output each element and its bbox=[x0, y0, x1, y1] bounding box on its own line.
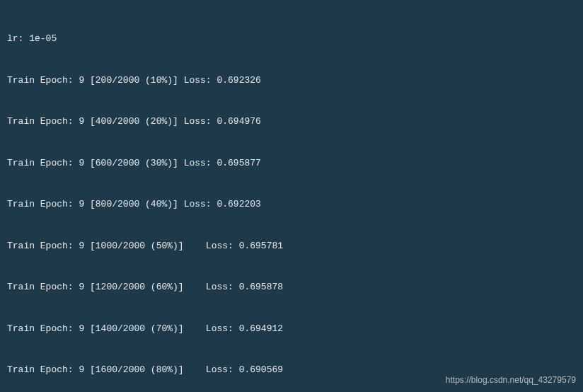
train-log-line: Train Epoch: 9 [1400/2000 (70%)] Loss: 0… bbox=[7, 322, 576, 336]
terminal-output: lr: 1e-05 Train Epoch: 9 [200/2000 (10%)… bbox=[7, 4, 576, 392]
train-log-line: Train Epoch: 9 [1000/2000 (50%)] Loss: 0… bbox=[7, 239, 576, 253]
train-log-line: Train Epoch: 9 [800/2000 (40%)] Loss: 0.… bbox=[7, 197, 576, 212]
train-log-line: Train Epoch: 9 [600/2000 (30%)] Loss: 0.… bbox=[7, 156, 576, 171]
watermark-text: https://blog.csdn.net/qq_43279579 bbox=[446, 374, 576, 386]
train-log-line: Train Epoch: 9 [400/2000 (20%)] Loss: 0.… bbox=[7, 115, 576, 129]
train-log-line: Train Epoch: 9 [200/2000 (10%)] Loss: 0.… bbox=[7, 74, 576, 88]
learning-rate-line: lr: 1e-05 bbox=[7, 32, 576, 46]
train-log-line: Train Epoch: 9 [1200/2000 (60%)] Loss: 0… bbox=[7, 280, 576, 294]
